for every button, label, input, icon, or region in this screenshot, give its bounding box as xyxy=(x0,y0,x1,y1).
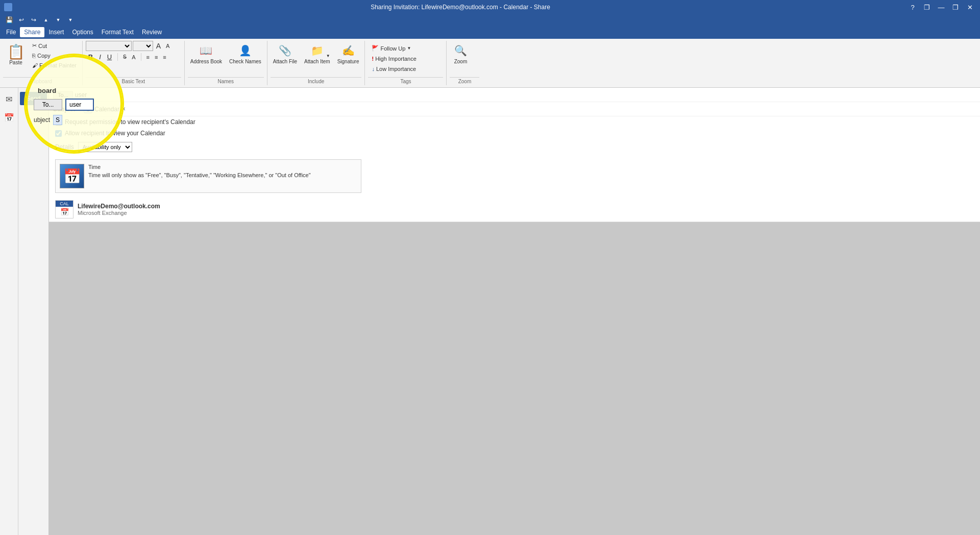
menu-options[interactable]: Options xyxy=(68,27,97,37)
names-group-content: 📖 Address Book 👤 Check Names xyxy=(188,41,264,76)
zoom-label: Zoom xyxy=(454,59,468,64)
names-group-label: Names xyxy=(188,77,264,85)
strikethrough-button[interactable]: S̶ xyxy=(121,53,129,61)
align-right-button[interactable]: ≡ xyxy=(161,53,168,61)
cut-button[interactable]: ✂ Cut xyxy=(30,41,79,51)
details-row: Details Availability only xyxy=(49,139,980,155)
check-names-button[interactable]: 👤 Check Names xyxy=(227,41,264,66)
info-box-description: Time will only show as "Free", "Busy", "… xyxy=(88,172,357,178)
high-importance-icon: ! xyxy=(372,56,374,62)
zoom-to-button[interactable]: To... xyxy=(34,99,62,110)
align-left-button[interactable]: ≡ xyxy=(144,53,152,61)
attach-item-arrow: ▼ xyxy=(326,54,330,58)
info-box: 📅 Time Time will only show as "Free", "B… xyxy=(55,159,361,193)
italic-button[interactable]: I xyxy=(96,52,104,62)
tags-group: 🚩 Follow Up ▼ ! High Importance ↓ Low Im… xyxy=(365,41,447,85)
zoom-subject-row: ubject S xyxy=(34,115,114,125)
font-family-select[interactable] xyxy=(86,41,132,51)
restore-button[interactable]: ❐ xyxy=(921,2,933,12)
content-row: ✉ 📅 Send To... Subject S C xyxy=(0,88,980,535)
menu-insert[interactable]: Insert xyxy=(44,27,68,37)
low-importance-label: Low Importance xyxy=(376,66,416,72)
attach-item-label: Attach Item xyxy=(304,59,330,64)
minimize-button[interactable]: — xyxy=(935,2,947,12)
menu-bar: File Share Insert Options Format Text Re… xyxy=(0,26,980,39)
left-nav: ✉ 📅 xyxy=(0,88,18,535)
customize-quick-access-btn[interactable]: ▼ xyxy=(65,15,76,25)
app-icon xyxy=(4,3,12,11)
calendar-entry: CAL 📅 LifewireDemo@outlook.com Microsoft… xyxy=(49,197,980,222)
follow-up-button[interactable]: 🚩 Follow Up ▼ xyxy=(369,43,413,53)
attach-file-icon: 📎 xyxy=(277,42,293,59)
calendar-nav-icon[interactable]: 📅 xyxy=(2,110,16,125)
maximize-button[interactable]: ❐ xyxy=(949,2,962,12)
text-separator-2 xyxy=(141,53,141,61)
font-color-button[interactable]: A xyxy=(130,53,137,61)
body-area[interactable] xyxy=(49,222,980,535)
format-painter-icon: 🖌 xyxy=(32,62,38,68)
send-nav-icon[interactable]: ✉ xyxy=(2,92,16,106)
follow-up-arrow: ▼ xyxy=(407,46,411,51)
zoom-to-input[interactable] xyxy=(65,99,94,111)
zoom-icon: 🔍 xyxy=(452,42,469,59)
high-importance-button[interactable]: ! High Importance xyxy=(369,54,419,63)
attach-file-label: Attach File xyxy=(273,59,297,64)
calendar-icon-body: 📅 xyxy=(60,207,69,216)
text-separator-1 xyxy=(117,53,118,61)
attach-item-button[interactable]: 📁 Attach Item ▼ xyxy=(302,41,333,66)
menu-format-text[interactable]: Format Text xyxy=(97,27,138,37)
zoom-subject-label: ubject xyxy=(34,116,50,124)
attach-file-button[interactable]: 📎 Attach File xyxy=(271,41,300,66)
ribbon: 📋 Paste ✂ Cut ⎘ Copy 🖌 xyxy=(0,39,980,88)
menu-review[interactable]: Review xyxy=(138,27,166,37)
close-button[interactable]: ✕ xyxy=(964,2,976,12)
address-book-label: Address Book xyxy=(190,59,222,64)
zoom-inner: board To... ubject S xyxy=(28,77,120,131)
underline-button[interactable]: U xyxy=(105,52,114,62)
zoom-s-pill: S xyxy=(53,115,62,125)
calendar-entry-icon: CAL 📅 xyxy=(55,200,74,218)
menu-share[interactable]: Share xyxy=(20,27,44,37)
shrink-font-button[interactable]: A xyxy=(164,42,172,50)
high-importance-label: High Importance xyxy=(375,56,416,62)
menu-file[interactable]: File xyxy=(2,27,20,37)
help-button[interactable]: ? xyxy=(906,2,919,12)
undo-quick-btn[interactable]: ↩ xyxy=(16,15,27,25)
follow-up-label: Follow Up xyxy=(380,45,405,52)
info-box-text: Time Time will only show as "Free", "Bus… xyxy=(88,164,357,188)
cut-label: Cut xyxy=(38,43,47,49)
paste-button[interactable]: 📋 Paste xyxy=(3,41,29,68)
to-input[interactable] xyxy=(75,91,976,99)
time-label: Time xyxy=(88,164,101,170)
copy-label: Copy xyxy=(37,53,51,59)
align-center-button[interactable]: ≡ xyxy=(153,53,160,61)
calendar-sub: Microsoft Exchange xyxy=(78,210,160,216)
low-importance-button[interactable]: ↓ Low Importance xyxy=(369,64,419,74)
names-group: 📖 Address Book 👤 Check Names Names xyxy=(185,41,267,85)
zoom-group-label: Zoom xyxy=(450,77,479,85)
flag-icon: 🚩 xyxy=(372,45,379,52)
zoom-board-label: board xyxy=(38,87,114,94)
attach-item-icon: 📁 xyxy=(309,42,325,59)
scroll-down-btn[interactable]: ▼ xyxy=(53,15,63,25)
redo-quick-btn[interactable]: ↪ xyxy=(29,15,39,25)
save-quick-btn[interactable]: 💾 xyxy=(4,15,14,25)
scroll-up-btn[interactable]: ▲ xyxy=(41,15,51,25)
include-group-content: 📎 Attach File 📁 Attach Item ▼ ✍ Signatur… xyxy=(271,41,362,76)
basic-text-row-1: A A xyxy=(86,41,172,51)
checkbox-request-row: Request permission to view recipient's C… xyxy=(49,116,980,128)
subject-row: Subject S Calendar ✕ xyxy=(49,102,980,116)
include-group: 📎 Attach File 📁 Attach Item ▼ ✍ Signatur… xyxy=(267,41,365,85)
font-size-select[interactable] xyxy=(133,41,153,51)
ribbon-content: 📋 Paste ✂ Cut ⎘ Copy 🖌 xyxy=(0,39,980,87)
signature-button[interactable]: ✍ Signature xyxy=(335,41,362,66)
signature-label: Signature xyxy=(337,59,359,64)
info-box-title: Time xyxy=(88,164,357,170)
address-book-icon: 📖 xyxy=(198,42,214,59)
paste-icon: 📋 xyxy=(8,43,24,60)
zoom-button[interactable]: 🔍 Zoom xyxy=(450,41,471,66)
zoom-circle-overlay: board To... ubject S xyxy=(26,55,122,152)
signature-icon: ✍ xyxy=(340,42,356,59)
grow-font-button[interactable]: A xyxy=(154,41,163,51)
address-book-button[interactable]: 📖 Address Book xyxy=(188,41,225,66)
